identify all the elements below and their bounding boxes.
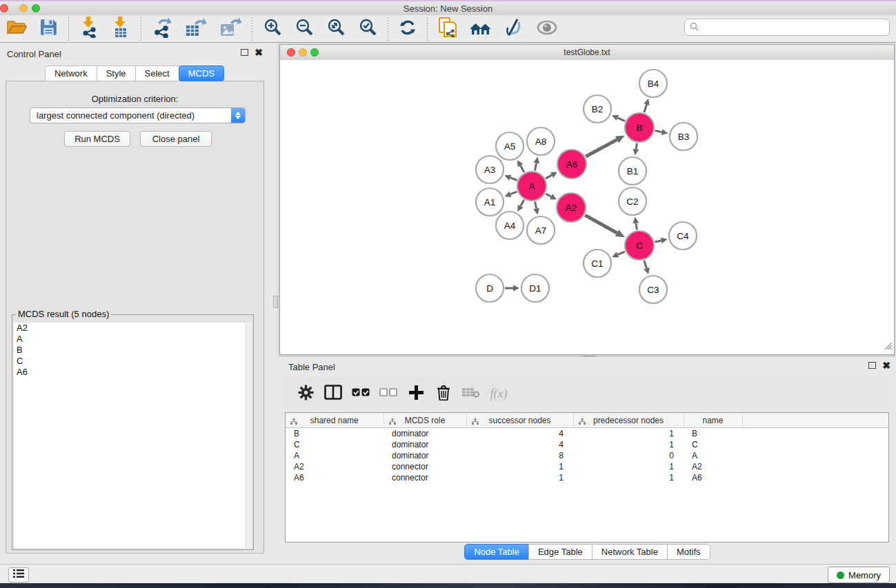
tab-network-table[interactable]: Network Table	[592, 544, 668, 560]
criterion-select[interactable]: largest connected component (directed)	[30, 108, 246, 123]
cell-successor-nodes[interactable]: 4	[466, 439, 573, 450]
node-c1[interactable]: C1	[584, 250, 611, 277]
cell-successor-nodes[interactable]: 1	[466, 461, 573, 472]
memory-button[interactable]: Memory	[828, 567, 890, 583]
cell-name[interactable]: C	[684, 439, 742, 450]
table-row[interactable]: Adominator80A	[286, 450, 888, 461]
edge-A2-C[interactable]	[585, 215, 617, 233]
node-a6[interactable]: A6	[557, 150, 586, 179]
cell-predecessor-nodes[interactable]: 1	[573, 472, 684, 483]
edge-A-A6[interactable]	[546, 175, 552, 179]
node-a5[interactable]: A5	[496, 132, 524, 160]
table-row[interactable]: Cdominator41C	[286, 439, 888, 450]
column-header-successor-nodes[interactable]: successor nodes	[466, 413, 573, 428]
cell-mcds-role[interactable]: dominator	[384, 439, 466, 450]
float-panel-icon[interactable]	[241, 49, 248, 56]
result-item-c[interactable]: C	[14, 356, 252, 367]
cell-successor-nodes[interactable]: 8	[466, 450, 573, 461]
import-network-button[interactable]	[73, 17, 105, 41]
node-a3[interactable]: A3	[476, 156, 504, 183]
table-settings-button[interactable]	[293, 381, 318, 406]
split-view-button[interactable]	[321, 381, 346, 406]
cell-mcds-role[interactable]: dominator	[384, 450, 466, 461]
tab-motifs[interactable]: Motifs	[667, 544, 710, 560]
column-header-name[interactable]: name	[684, 413, 742, 428]
column-header-mcds-role[interactable]: MCDS role	[384, 413, 466, 428]
node-c4[interactable]: C4	[669, 222, 697, 250]
tab-select[interactable]: Select	[135, 65, 179, 81]
edge-C-C2[interactable]	[636, 223, 637, 230]
delete-table-button[interactable]	[459, 381, 484, 406]
create-column-button[interactable]	[404, 381, 428, 406]
node-c[interactable]: C	[625, 231, 654, 260]
eye-toggle-button[interactable]	[530, 17, 564, 41]
zoom-selected-button[interactable]	[352, 17, 384, 41]
close-panel-button[interactable]: Close panel	[140, 131, 212, 147]
edge-A-A8[interactable]	[535, 163, 537, 170]
column-header-shared-name[interactable]: shared name	[286, 413, 384, 428]
edge-A6-B[interactable]	[586, 140, 617, 156]
run-mcds-button[interactable]: Run MCDS	[64, 131, 130, 147]
edge-A-A2[interactable]	[546, 194, 551, 196]
cell-shared-name[interactable]: A6	[286, 472, 384, 483]
cell-shared-name[interactable]: B	[286, 428, 384, 440]
result-item-a6[interactable]: A6	[14, 367, 252, 378]
edge-A-A1[interactable]	[510, 192, 517, 194]
tab-network[interactable]: Network	[45, 65, 97, 81]
deselect-all-columns-button[interactable]	[376, 381, 401, 406]
cell-name[interactable]: A6	[684, 472, 742, 483]
save-session-button[interactable]	[33, 17, 64, 41]
edge-A-A5[interactable]	[520, 165, 524, 172]
result-item-b[interactable]: B	[14, 345, 252, 356]
cell-mcds-role[interactable]: dominator	[384, 428, 466, 440]
close-table-panel-icon[interactable]: ✖	[882, 362, 890, 369]
table-row[interactable]: A2connector11A2	[286, 461, 888, 472]
column-header-predecessor-nodes[interactable]: predecessor nodes	[573, 413, 684, 428]
node-c3[interactable]: C3	[639, 276, 667, 303]
cell-shared-name[interactable]: C	[286, 439, 384, 450]
edge-C-C3[interactable]	[644, 261, 647, 269]
edge-C-C4[interactable]	[655, 241, 661, 242]
node-b2[interactable]: B2	[584, 95, 611, 123]
zoom-fit-button[interactable]	[320, 17, 352, 41]
refresh-button[interactable]	[392, 17, 423, 41]
edge-A-A3[interactable]	[510, 178, 517, 181]
edge-B-B4[interactable]	[644, 105, 647, 113]
zoom-out-button[interactable]	[288, 17, 320, 41]
search-field[interactable]	[684, 19, 890, 36]
delete-column-button[interactable]	[431, 381, 456, 406]
node-b1[interactable]: B1	[619, 157, 646, 185]
duplicate-network-button[interactable]	[432, 17, 464, 41]
cell-name[interactable]: B	[684, 428, 742, 440]
export-table-button[interactable]	[179, 17, 213, 41]
cell-shared-name[interactable]: A	[286, 450, 384, 461]
table-row[interactable]: A6connector11A6	[286, 472, 888, 483]
edge-B-B1[interactable]	[636, 143, 637, 150]
node-b4[interactable]: B4	[639, 70, 667, 97]
open-session-button[interactable]	[0, 17, 33, 41]
edge-B-B2[interactable]	[617, 118, 625, 121]
network-canvas[interactable]: B4B2BB3A8A5A6A3B1AA1C2A2A4A7C4CC1C3DD1	[280, 60, 894, 354]
node-a4[interactable]: A4	[496, 212, 524, 239]
import-table-button[interactable]	[105, 17, 137, 41]
tab-edge-table[interactable]: Edge Table	[528, 544, 593, 560]
node-c2[interactable]: C2	[619, 187, 646, 215]
edge-A-A7[interactable]	[535, 202, 537, 209]
cell-predecessor-nodes[interactable]: 1	[573, 439, 684, 450]
cell-mcds-role[interactable]: connector	[384, 461, 466, 472]
node-d[interactable]: D	[476, 274, 504, 302]
network-window-titlebar[interactable]: testGlobe.txt	[280, 45, 894, 61]
export-network-button[interactable]	[146, 17, 179, 41]
cell-mcds-role[interactable]: connector	[384, 472, 466, 483]
float-table-panel-icon[interactable]	[868, 362, 876, 369]
cell-successor-nodes[interactable]: 1	[466, 472, 573, 483]
node-a1[interactable]: A1	[476, 188, 504, 216]
cell-predecessor-nodes[interactable]: 1	[573, 461, 684, 472]
close-panel-icon[interactable]: ✖	[255, 49, 263, 56]
edge-A-A4[interactable]	[521, 200, 524, 206]
tab-style[interactable]: Style	[97, 65, 136, 81]
node-b3[interactable]: B3	[670, 123, 697, 150]
node-table[interactable]: shared nameMCDS rolesuccessor nodesprede…	[285, 412, 889, 543]
node-a8[interactable]: A8	[527, 128, 555, 155]
cell-name[interactable]: A2	[684, 461, 742, 472]
